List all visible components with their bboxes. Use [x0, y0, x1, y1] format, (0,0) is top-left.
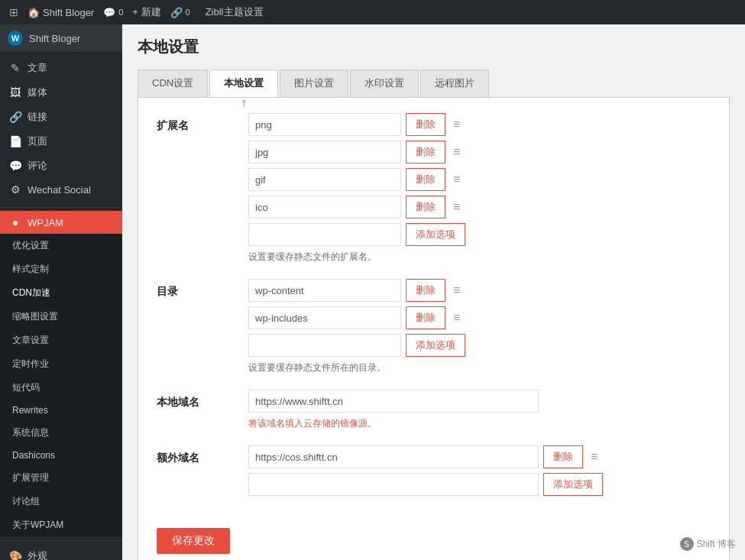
page-title: 本地设置: [138, 37, 730, 57]
ext-jpg-drag-handle[interactable]: ≡: [453, 145, 460, 159]
extra-domain-content: 删除 ≡ 添加选项: [248, 445, 711, 500]
ext-row-jpg: 删除 ≡: [248, 141, 711, 163]
ext-gif-drag-handle[interactable]: ≡: [453, 173, 460, 186]
dir-wpcontent-input[interactable]: [248, 279, 401, 302]
sidebar-item-optimize[interactable]: 优化设置: [0, 234, 122, 257]
sidebar-item-style[interactable]: 样式定制: [0, 257, 122, 281]
extra-domain-1-delete-button[interactable]: 删除: [543, 445, 583, 468]
comments-icon: 💬: [9, 160, 21, 172]
ext-png-drag-handle[interactable]: ≡: [453, 118, 460, 131]
wechat-icon: ⚙: [9, 183, 21, 196]
topbar: ⊞ 🏠 Shift Bloger 💬 0 + 新建 🔗 0 Zibll主题设置: [0, 0, 745, 24]
comment-icon: 💬: [103, 7, 115, 18]
sidebar-item-posts[interactable]: ✎ 文章: [0, 56, 122, 80]
sidebar-item-sysinfo[interactable]: 系统信息: [0, 421, 122, 445]
extra-domain-drag-handle[interactable]: ≡: [591, 450, 598, 464]
home-icon: 🏠: [28, 7, 40, 18]
main-menu: ✎ 文章 🖼 媒体 🔗 链接 📄 页面 💬 评论: [0, 53, 122, 204]
sidebar-item-cdn[interactable]: CDN加速: [0, 281, 122, 305]
directory-content: 删除 ≡ 删除 ≡ 添加选项 设置要缓存静态文件所在的目录。: [248, 279, 711, 374]
theme-title: Zibll主题设置: [206, 5, 264, 19]
sidebar-item-comments[interactable]: 💬 评论: [0, 154, 122, 178]
sidebar-header: W Shift Bloger: [0, 24, 122, 53]
extensions-hint: 设置要缓存静态文件的扩展名。: [248, 251, 711, 264]
appearance-icon: 🎨: [9, 550, 21, 560]
dir-wpincludes-input[interactable]: [248, 306, 401, 329]
extra-domain-add-button[interactable]: 添加选项: [543, 473, 603, 496]
extra-domain-1-input[interactable]: [248, 445, 539, 468]
comments-count[interactable]: 💬 0: [103, 7, 123, 18]
sidebar-item-appearance[interactable]: 🎨 外观: [0, 544, 122, 560]
extensions-label: 扩展名: [157, 113, 248, 133]
sidebar-divider-1: [0, 207, 122, 208]
tabs-bar: CDN设置 本地设置 ↑ 图片设置 水印设置 远程图片: [138, 70, 730, 98]
ext-png-delete-button[interactable]: 删除: [406, 113, 445, 136]
dir-row-wpcontent: 删除 ≡: [248, 279, 711, 302]
extra-domain-row-new: 添加选项: [248, 473, 711, 496]
directory-label: 目录: [157, 279, 248, 299]
dir-row-new: 添加选项: [248, 334, 711, 357]
extra-domain-new-input[interactable]: [248, 473, 539, 496]
save-section: 保存更改: [157, 516, 711, 554]
dir-wpincludes-delete-button[interactable]: 删除: [406, 306, 445, 329]
domain-input[interactable]: [248, 390, 539, 413]
sidebar-item-rewrites[interactable]: Rewrites: [0, 400, 122, 421]
wp-logo: ⊞: [9, 6, 18, 18]
sidebar-item-shortcode[interactable]: 短代码: [0, 376, 122, 400]
ext-jpg-delete-button[interactable]: 删除: [406, 141, 445, 163]
tab-remote-image[interactable]: 远程图片: [420, 70, 489, 97]
ext-ico-delete-button[interactable]: 删除: [406, 196, 445, 218]
main-content: 本地设置 CDN设置 本地设置 ↑ 图片设置 水印设置 远程图片: [122, 24, 745, 560]
ext-gif-delete-button[interactable]: 删除: [406, 168, 445, 191]
links-count[interactable]: 🔗 0: [170, 7, 190, 18]
pages-icon: 📄: [9, 135, 21, 147]
ext-ico-drag-handle[interactable]: ≡: [453, 200, 460, 214]
tab-watermark[interactable]: 水印设置: [350, 70, 419, 97]
tab-image-settings[interactable]: 图片设置: [280, 70, 348, 97]
sidebar-item-about[interactable]: 关于WPJAM: [0, 513, 122, 537]
sidebar-site-name: Shift Bloger: [29, 33, 80, 44]
ext-add-button[interactable]: 添加选项: [406, 223, 465, 246]
sidebar-item-wpjam[interactable]: ● WPJAM: [0, 211, 122, 234]
ext-jpg-input[interactable]: [248, 141, 401, 163]
sidebar-item-discussion[interactable]: 讨论组: [0, 490, 122, 513]
sidebar-item-thumbnail[interactable]: 缩略图设置: [0, 305, 122, 329]
sidebar-item-wechat[interactable]: ⚙ Wechat Social: [0, 178, 122, 201]
ext-new-input[interactable]: [248, 223, 401, 246]
extra-domain-section: 额外域名 删除 ≡ 添加选项: [157, 445, 711, 500]
tab-local-settings[interactable]: 本地设置 ↑: [209, 70, 278, 97]
directory-section: 目录 删除 ≡ 删除 ≡: [157, 279, 711, 374]
wpjam-icon: ●: [9, 216, 21, 228]
settings-panel: 扩展名 删除 ≡ 删除 ≡: [138, 98, 730, 560]
dir-wpcontent-delete-button[interactable]: 删除: [406, 279, 445, 302]
sidebar-item-links[interactable]: 🔗 链接: [0, 105, 122, 129]
sidebar-item-dashicons[interactable]: Dashicons: [0, 445, 122, 466]
ext-png-input[interactable]: [248, 113, 401, 136]
sidebar-item-extensions[interactable]: 扩展管理: [0, 466, 122, 490]
dir-new-input[interactable]: [248, 334, 401, 357]
extensions-section: 扩展名 删除 ≡ 删除 ≡: [157, 113, 711, 264]
ext-row-png: 删除 ≡: [248, 113, 711, 136]
dir-wpincludes-drag-handle[interactable]: ≡: [453, 311, 460, 325]
save-button[interactable]: 保存更改: [157, 528, 230, 554]
dir-add-button[interactable]: 添加选项: [406, 334, 465, 357]
ext-row-ico: 删除 ≡: [248, 196, 711, 218]
dir-wpcontent-drag-handle[interactable]: ≡: [453, 283, 460, 297]
posts-icon: ✎: [9, 62, 21, 74]
ext-row-new: 添加选项: [248, 223, 711, 246]
sidebar-item-cron[interactable]: 定时作业: [0, 352, 122, 376]
ext-gif-input[interactable]: [248, 168, 401, 191]
domain-section: 本地域名 将该域名填入云存储的镜像源。 ئەسلى بلوگ ئادرسمىز …: [157, 390, 711, 430]
dir-row-wpincludes: 删除 ≡: [248, 306, 711, 329]
sidebar-item-article[interactable]: 文章设置: [0, 329, 122, 352]
tab-cdn-settings[interactable]: CDN设置: [138, 70, 208, 97]
sidebar-item-media[interactable]: 🖼 媒体: [0, 80, 122, 105]
extensions-content: 删除 ≡ 删除 ≡ 删除 ≡: [248, 113, 711, 264]
sidebar-item-pages[interactable]: 📄 页面: [0, 129, 122, 154]
site-name[interactable]: 🏠 Shift Bloger: [28, 7, 94, 18]
new-button[interactable]: + 新建: [132, 5, 160, 19]
tab-arrow: ↑: [241, 96, 247, 110]
domain-hint: 将该域名填入云存储的镜像源。: [248, 417, 711, 430]
ext-ico-input[interactable]: [248, 196, 401, 218]
link-icon: 🔗: [170, 7, 183, 18]
